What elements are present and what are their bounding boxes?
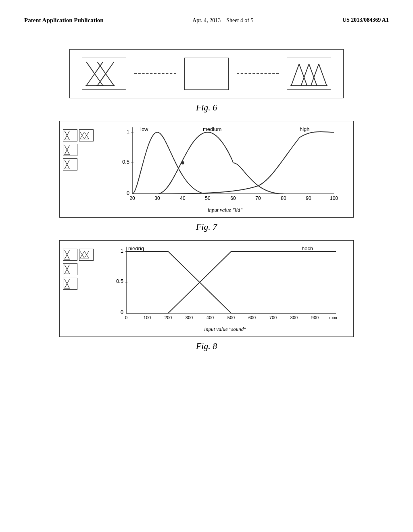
svg-line-9 xyxy=(309,64,317,86)
fig7-svg: 1 0.5 0 20 30 40 50 60 70 xyxy=(101,125,349,206)
svg-text:niedrig: niedrig xyxy=(128,245,144,251)
svg-text:1: 1 xyxy=(127,129,129,135)
svg-line-11 xyxy=(319,64,327,86)
fig7-svg-container: 1 0.5 0 20 30 40 50 60 70 xyxy=(101,125,349,206)
fig8-icon-row3 xyxy=(63,278,94,290)
fig7-icon2 xyxy=(79,129,94,141)
publication-title: Patent Application Publication xyxy=(24,16,104,25)
fig8-chart-area: 1 0.5 0 0 100 200 300 400 500 xyxy=(101,245,349,332)
fig7-chart-area: 1 0.5 0 20 30 40 50 60 70 xyxy=(101,125,349,213)
svg-text:40: 40 xyxy=(180,195,186,201)
svg-text:900: 900 xyxy=(311,315,319,320)
fig8-svg-container: 1 0.5 0 0 100 200 300 400 500 xyxy=(101,245,349,325)
svg-text:medium: medium xyxy=(203,126,221,132)
fig7-outer: 1 0.5 0 20 30 40 50 60 70 xyxy=(24,121,389,218)
fig8-container: 1 0.5 0 0 100 200 300 400 500 xyxy=(59,240,354,337)
svg-text:200: 200 xyxy=(165,315,172,320)
fig6-label: Fig. 6 xyxy=(24,102,389,113)
svg-text:low: low xyxy=(140,126,148,132)
svg-text:hoch: hoch xyxy=(302,245,313,251)
fig8-icons xyxy=(60,245,97,332)
svg-text:0: 0 xyxy=(127,190,129,196)
svg-text:0.5: 0.5 xyxy=(122,159,129,165)
publication-title-text: Patent Application Publication xyxy=(24,17,104,23)
svg-line-7 xyxy=(299,64,307,86)
sheet-info: Sheet 4 of 5 xyxy=(226,17,253,23)
svg-text:high: high xyxy=(300,126,310,132)
svg-text:400: 400 xyxy=(206,315,214,320)
fig8-x-label: input value "sound" xyxy=(101,326,349,332)
fig8-icon1 xyxy=(63,249,77,261)
fig8-icon-row1 xyxy=(63,249,94,261)
svg-line-8 xyxy=(301,64,309,86)
fig7-icon1 xyxy=(63,129,77,141)
svg-line-6 xyxy=(291,64,299,86)
svg-text:30: 30 xyxy=(154,195,160,201)
fig7-icons xyxy=(60,125,97,213)
pub-number-text: US 2013/084369 A1 xyxy=(342,17,389,23)
svg-text:0: 0 xyxy=(121,309,123,315)
fig7-icon3 xyxy=(63,144,77,156)
fig8-label: Fig. 8 xyxy=(24,341,389,351)
fig6-dashed-right xyxy=(237,73,279,74)
svg-text:100: 100 xyxy=(144,315,151,320)
svg-text:1000: 1000 xyxy=(328,316,337,320)
svg-text:80: 80 xyxy=(281,195,286,201)
pub-date: Apr. 4, 2013 xyxy=(192,17,221,23)
svg-text:1: 1 xyxy=(121,248,123,254)
fig6-right-symbol xyxy=(287,58,331,90)
page-header: Patent Application Publication Apr. 4, 2… xyxy=(24,16,389,25)
svg-line-10 xyxy=(311,64,319,86)
publication-number: US 2013/084369 A1 xyxy=(342,16,389,24)
svg-text:800: 800 xyxy=(290,315,298,320)
fig7-x-label: input value "lid" xyxy=(101,207,349,213)
svg-text:20: 20 xyxy=(129,195,135,201)
svg-text:300: 300 xyxy=(186,315,193,320)
fig6-diagram-box xyxy=(69,49,344,98)
fig8-icon4 xyxy=(63,278,77,290)
fig8-outer: 1 0.5 0 0 100 200 300 400 500 xyxy=(24,240,389,337)
fig7-icon-row1 xyxy=(63,129,94,141)
svg-text:100: 100 xyxy=(330,195,338,201)
svg-point-46 xyxy=(181,161,184,164)
fig7-container: 1 0.5 0 20 30 40 50 60 70 xyxy=(59,121,354,218)
svg-text:600: 600 xyxy=(248,315,256,320)
svg-text:0.5: 0.5 xyxy=(116,278,123,284)
fig6-dashed-left xyxy=(134,73,176,74)
fig8-icon3 xyxy=(63,263,77,275)
fig7-icon4 xyxy=(63,158,77,170)
fig6-middle-box xyxy=(184,58,229,90)
svg-text:90: 90 xyxy=(306,195,311,201)
fig8-svg: 1 0.5 0 0 100 200 300 400 500 xyxy=(101,245,349,325)
svg-text:70: 70 xyxy=(255,195,261,201)
svg-text:500: 500 xyxy=(227,315,235,320)
svg-text:60: 60 xyxy=(230,195,236,201)
svg-text:50: 50 xyxy=(205,195,211,201)
fig7-icon-row2 xyxy=(63,144,94,156)
fig7-icon-row3 xyxy=(63,158,94,170)
fig6-container xyxy=(24,49,389,98)
fig8-icon2 xyxy=(79,249,94,261)
svg-text:0: 0 xyxy=(125,315,127,320)
fig6-left-symbol xyxy=(82,58,126,90)
publication-date-sheet: Apr. 4, 2013 Sheet 4 of 5 xyxy=(192,16,253,25)
fig8-icon-row2 xyxy=(63,263,94,275)
fig7-label: Fig. 7 xyxy=(24,222,389,232)
page: Patent Application Publication Apr. 4, 2… xyxy=(0,0,413,532)
svg-text:700: 700 xyxy=(269,315,277,320)
